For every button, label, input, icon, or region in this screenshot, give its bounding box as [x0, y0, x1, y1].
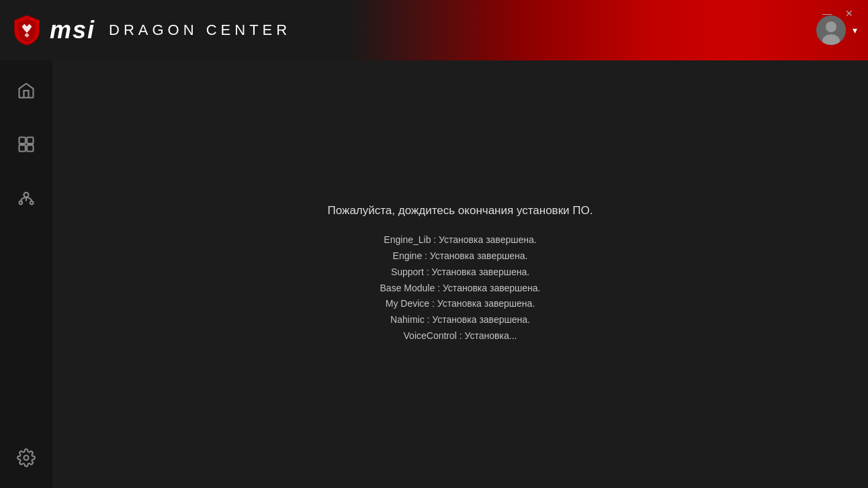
install-line: My Device : Установка завершена. [380, 296, 541, 312]
settings-icon [17, 448, 36, 467]
content-area: Пожалуйста, дождитесь окончания установк… [52, 60, 868, 488]
apps-icon [17, 135, 36, 154]
install-line: Nahimic : Установка завершена. [380, 312, 541, 328]
home-icon [17, 81, 36, 100]
install-line: Engine : Установка завершена. [380, 248, 541, 264]
user-dropdown-arrow[interactable]: ▾ [853, 25, 857, 36]
svg-point-1 [826, 21, 836, 32]
svg-rect-5 [19, 145, 26, 151]
install-line: Support : Установка завершена. [380, 264, 541, 281]
svg-point-8 [19, 201, 23, 205]
brand-area: msi DRAGON CENTER [11, 14, 291, 46]
sidebar-item-settings[interactable] [9, 441, 43, 475]
install-title: Пожалуйста, дождитесь окончания установк… [328, 204, 593, 217]
install-line: Base Module : Установка завершена. [380, 281, 541, 297]
svg-rect-4 [27, 138, 33, 144]
window-controls: — ✕ [818, 7, 857, 20]
install-line: VoiceControl : Установка... [380, 328, 541, 344]
install-line: Engine_Lib : Установка завершена. [380, 232, 541, 248]
msi-brand-text: msi [50, 16, 95, 44]
msi-shield-icon [11, 14, 43, 46]
msi-logo: msi [11, 14, 95, 46]
main-layout: Пожалуйста, дождитесь окончания установк… [0, 60, 868, 488]
sidebar-item-network[interactable] [9, 181, 43, 215]
install-status-container: Пожалуйста, дождитесь окончания установк… [328, 204, 593, 344]
svg-point-7 [24, 193, 29, 197]
minimize-button[interactable]: — [818, 7, 836, 20]
svg-rect-3 [19, 138, 26, 144]
title-bar: msi DRAGON CENTER ▾ — ✕ [0, 0, 868, 60]
sidebar [0, 60, 52, 488]
install-lines-list: Engine_Lib : Установка завершена.Engine … [380, 232, 541, 344]
sidebar-item-apps[interactable] [9, 128, 43, 161]
product-name-text: DRAGON CENTER [109, 21, 291, 39]
close-button[interactable]: ✕ [841, 7, 857, 20]
network-icon [17, 189, 36, 207]
sidebar-item-home[interactable] [9, 74, 43, 107]
svg-point-9 [30, 201, 34, 205]
svg-point-11 [24, 456, 29, 460]
svg-rect-6 [27, 145, 33, 151]
